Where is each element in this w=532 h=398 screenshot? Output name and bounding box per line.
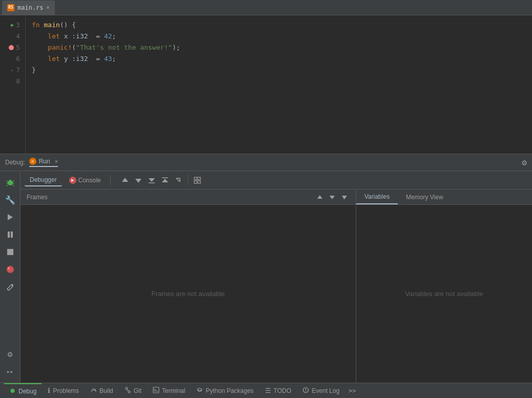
debug-header: Debug: R Run × ⚙	[0, 154, 532, 171]
terminal-icon	[153, 387, 159, 395]
console-tab-icon: ▶	[69, 177, 76, 184]
svg-marker-8	[8, 214, 13, 220]
svg-point-35	[198, 388, 202, 390]
sidebar-bug-icon[interactable]	[3, 175, 17, 190]
line-number-3: ▶ 3	[0, 19, 20, 31]
bottom-terminal-label: Terminal	[162, 387, 185, 394]
svg-marker-16	[149, 178, 155, 182]
debug-sidebar: 🔧 ⚙ ▸▸	[0, 171, 21, 383]
bottom-toolbar: Debug ℹ Problems Build Git Terminal	[0, 383, 532, 398]
toolbar-grid-btn[interactable]	[191, 174, 203, 186]
frames-label: Frames	[27, 194, 48, 201]
problems-icon: ℹ	[48, 387, 50, 394]
vars-tabs: Variables Memory View	[356, 190, 532, 205]
variables-empty-message: Variables are not available	[356, 205, 532, 383]
sidebar-profile-icon[interactable]	[3, 262, 17, 277]
debugger-tab[interactable]: Debugger	[25, 174, 62, 186]
svg-point-32	[128, 391, 130, 393]
code-line-5: panic!("That's not the answer!");	[32, 42, 526, 53]
toolbar-sep2	[188, 174, 188, 184]
sidebar-play-icon[interactable]	[3, 210, 17, 224]
code-editor: ▶ 3 4 5 6 ▸ 7 8 fn main() { let x :i32 =…	[0, 15, 532, 154]
debugger-tabs-row: Debugger ▶ Console	[21, 171, 532, 190]
svg-rect-10	[11, 232, 13, 238]
toolbar-arrow-btn[interactable]	[172, 174, 185, 186]
svg-marker-25	[317, 195, 322, 199]
build-icon	[90, 387, 97, 395]
svg-line-6	[7, 185, 8, 186]
line-numbers: ▶ 3 4 5 6 ▸ 7 8	[0, 15, 26, 154]
breakpoint-icon[interactable]	[9, 45, 14, 50]
tab-close-button[interactable]: ×	[47, 5, 50, 10]
run-tab-close[interactable]: ×	[55, 158, 58, 164]
debug-toolbar-icon	[9, 387, 16, 395]
svg-line-20	[176, 178, 180, 182]
debug-content: 🔧 ⚙ ▸▸	[0, 171, 532, 383]
svg-line-2	[7, 181, 8, 182]
svg-marker-14	[122, 178, 128, 182]
svg-point-12	[7, 266, 14, 273]
memory-view-tab[interactable]: Memory View	[398, 190, 451, 204]
more-tools-button[interactable]: >>	[345, 387, 359, 394]
bottom-git-item[interactable]: Git	[119, 383, 147, 399]
bottom-event-log-item[interactable]: Event Log	[297, 383, 344, 399]
tab-filename: main.rs	[17, 4, 44, 11]
frames-expand-btn[interactable]	[339, 192, 350, 202]
frames-up-btn[interactable]	[315, 192, 325, 202]
line-number-4: 4	[0, 31, 20, 42]
sidebar-wrench-icon[interactable]: 🔧	[3, 193, 17, 207]
svg-rect-11	[7, 249, 13, 255]
debug-run-tab[interactable]: R Run ×	[29, 158, 58, 167]
svg-rect-30	[12, 389, 14, 390]
bottom-git-label: Git	[134, 387, 141, 394]
line-number-7: ▸ 7	[0, 65, 20, 76]
toolbar-top-btn[interactable]	[159, 174, 171, 186]
frames-panel: Frames Frames are not avail	[21, 190, 356, 383]
sidebar-settings-icon[interactable]: ⚙	[3, 347, 17, 361]
debug-main: Debugger ▶ Console	[21, 171, 532, 383]
svg-rect-21	[194, 177, 197, 180]
sidebar-more-icon[interactable]: ▸▸	[3, 364, 17, 379]
code-line-8	[32, 76, 526, 87]
debug-panels: Frames Frames are not avail	[21, 190, 532, 383]
bottom-debug-label: Debug	[18, 388, 36, 395]
svg-marker-27	[342, 196, 347, 199]
variables-panel: Variables Memory View Variables are not …	[356, 190, 532, 383]
line-number-6: 6	[0, 53, 20, 65]
debugger-tab-label: Debugger	[30, 176, 57, 183]
svg-marker-15	[135, 179, 141, 183]
sidebar-stop-icon[interactable]	[3, 245, 17, 259]
bottom-terminal-item[interactable]: Terminal	[148, 383, 190, 399]
toolbar-up-btn[interactable]	[119, 174, 131, 186]
svg-marker-18	[162, 179, 168, 182]
tab-bar: RS main.rs ×	[0, 0, 532, 15]
code-content: fn main() { let x :i32 = 42; panic!("Tha…	[26, 15, 532, 154]
console-tab[interactable]: ▶ Console	[64, 175, 106, 186]
bottom-event-log-label: Event Log	[312, 387, 339, 394]
sidebar-pause-icon[interactable]	[3, 227, 17, 242]
bottom-debug-item[interactable]: Debug	[4, 383, 42, 399]
bottom-build-item[interactable]: Build	[85, 383, 118, 399]
fold-icon[interactable]: ▸	[11, 65, 14, 76]
file-tab[interactable]: RS main.rs ×	[2, 1, 55, 15]
python-packages-icon	[196, 387, 203, 395]
line-number-8: 8	[0, 76, 20, 87]
variables-tab[interactable]: Variables	[356, 190, 398, 204]
sidebar-pencil-icon[interactable]	[3, 280, 17, 294]
code-line-6: let y :i32 = 43;	[32, 53, 526, 65]
bottom-todo-label: TODO	[274, 387, 291, 394]
frames-down-btn[interactable]	[327, 192, 337, 202]
svg-point-13	[8, 267, 10, 269]
toolbar-bottom-btn[interactable]	[146, 174, 158, 186]
toolbar-down-btn[interactable]	[132, 174, 145, 186]
bottom-python-packages-item[interactable]: Python Packages	[191, 383, 258, 399]
frames-empty-message: Frames are not available	[21, 205, 356, 383]
settings-button[interactable]: ⚙	[522, 158, 527, 167]
console-tab-label: Console	[78, 177, 101, 184]
code-line-7: }	[32, 65, 526, 76]
svg-rect-23	[194, 181, 197, 183]
run-indicator: ▶	[11, 19, 14, 31]
todo-icon: ☰	[265, 387, 271, 394]
bottom-todo-item[interactable]: ☰ TODO	[260, 383, 296, 399]
bottom-problems-item[interactable]: ℹ Problems	[43, 383, 84, 399]
